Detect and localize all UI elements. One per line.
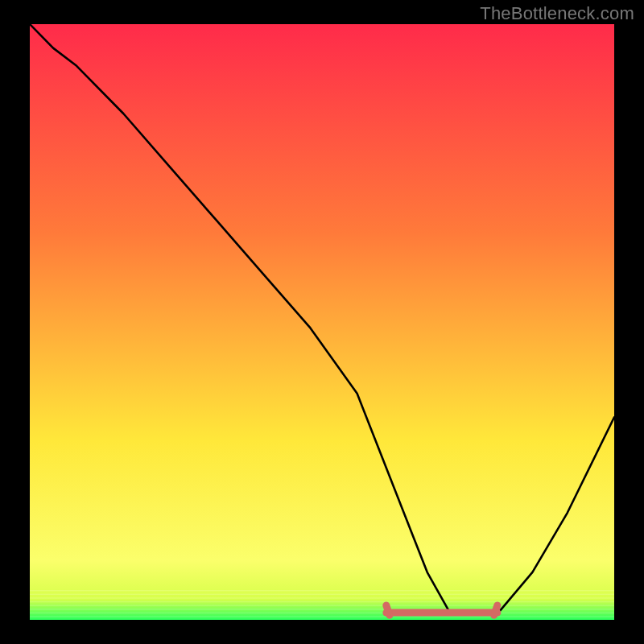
gradient-striation bbox=[30, 605, 614, 606]
optimal-range-cap-right bbox=[494, 605, 497, 615]
chart-svg bbox=[30, 24, 614, 620]
gradient-striation bbox=[30, 597, 614, 598]
chart-frame: TheBottleneck.com bbox=[0, 0, 644, 644]
gradient-striation bbox=[30, 601, 614, 602]
optimal-range-cap-left bbox=[386, 605, 390, 615]
gradient-striation bbox=[30, 613, 614, 613]
gradient-striation bbox=[30, 594, 614, 595]
watermark-text: TheBottleneck.com bbox=[480, 3, 634, 24]
plot-area bbox=[30, 24, 614, 620]
gradient-striation bbox=[30, 616, 614, 617]
gradient-striation bbox=[30, 609, 614, 609]
gradient-striation bbox=[30, 590, 614, 591]
gradient-background bbox=[30, 24, 614, 620]
